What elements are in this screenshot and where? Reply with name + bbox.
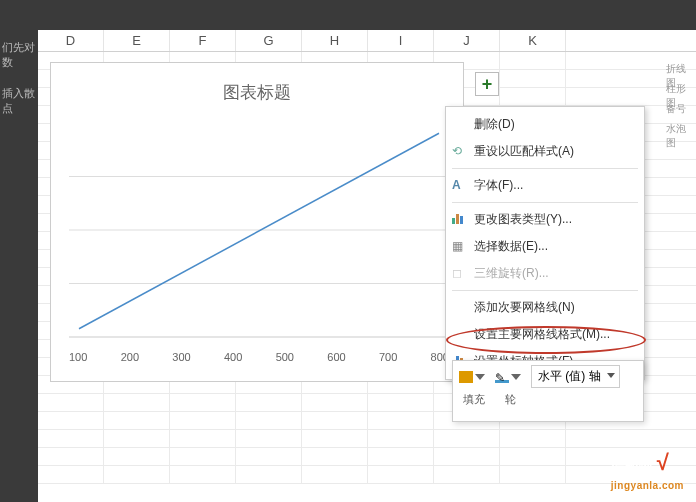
col-header[interactable]: D [38, 30, 104, 51]
menu-separator [452, 202, 638, 203]
menu-delete[interactable]: 删除(D) [446, 111, 644, 138]
left-text-2: 插入散点 [0, 86, 38, 116]
menu-label: 删除(D) [474, 116, 515, 133]
col-header[interactable]: H [302, 30, 368, 51]
chart-type-bubble[interactable]: 水泡图 [666, 122, 694, 136]
dropdown-icon [475, 374, 485, 380]
font-icon: A [452, 178, 468, 194]
chart-type-line[interactable]: 折线图 [666, 62, 694, 76]
outline-label: 轮 [505, 392, 516, 407]
x-tick: 200 [121, 351, 139, 363]
watermark: 经验啦 √ jingyanla.com [611, 450, 684, 492]
x-tick: 300 [172, 351, 190, 363]
dropdown-icon [511, 374, 521, 380]
chart-elements-button[interactable]: + [475, 72, 499, 96]
col-header[interactable]: J [434, 30, 500, 51]
x-tick: 100 [69, 351, 87, 363]
outline-color-button[interactable]: ✎ [495, 371, 521, 383]
menu-label: 三维旋转(R)... [474, 265, 549, 282]
pen-icon: ✎ [495, 371, 509, 383]
menu-select-data[interactable]: ▦ 选择数据(E)... [446, 233, 644, 260]
col-header[interactable]: E [104, 30, 170, 51]
watermark-brand: 经验啦 [611, 457, 653, 473]
col-header[interactable]: F [170, 30, 236, 51]
paint-bucket-icon [459, 371, 473, 383]
col-header[interactable]: I [368, 30, 434, 51]
fill-label: 填充 [463, 392, 485, 407]
chart-type-icon [452, 212, 468, 228]
left-text-1: 们先对数 [0, 40, 38, 70]
reset-icon: ⟲ [452, 144, 468, 160]
menu-label: 字体(F)... [474, 177, 523, 194]
menu-add-minor-gridlines[interactable]: 添加次要网格线(N) [446, 294, 644, 321]
x-tick: 500 [276, 351, 294, 363]
menu-separator [452, 290, 638, 291]
watermark-url: jingyanla.com [611, 480, 684, 491]
chart-object[interactable]: 图表标题 100 200 300 400 500 600 700 800 [50, 62, 464, 382]
menu-label: 重设以匹配样式(A) [474, 143, 574, 160]
menu-label: 设置主要网格线格式(M)... [474, 326, 610, 343]
menu-label: 添加次要网格线(N) [474, 299, 575, 316]
col-header[interactable]: G [236, 30, 302, 51]
menu-label: 选择数据(E)... [474, 238, 548, 255]
menu-separator [452, 168, 638, 169]
col-header[interactable]: K [500, 30, 566, 51]
menu-major-gridlines-format[interactable]: 设置主要网格线格式(M)... [446, 321, 644, 348]
chart-plot-area[interactable] [69, 123, 449, 339]
chart-type-panel: 折线图 柱形图 备号 水泡图 [666, 62, 694, 142]
select-data-icon: ▦ [452, 239, 468, 255]
context-menu: 删除(D) ⟲ 重设以匹配样式(A) A 字体(F)... 更改图表类型(Y).… [445, 106, 645, 380]
fill-color-button[interactable] [459, 371, 485, 383]
chart-type-other[interactable]: 备号 [666, 102, 694, 116]
rotate-3d-icon: ◻ [452, 266, 468, 282]
menu-font[interactable]: A 字体(F)... [446, 172, 644, 199]
x-tick: 600 [327, 351, 345, 363]
axis-selector-dropdown[interactable]: 水平 (值) 轴 [531, 365, 620, 388]
axis-selector-value: 水平 (值) 轴 [538, 369, 601, 383]
menu-change-chart-type[interactable]: 更改图表类型(Y)... [446, 206, 644, 233]
svg-line-4 [79, 133, 439, 328]
menu-reset-style[interactable]: ⟲ 重设以匹配样式(A) [446, 138, 644, 165]
mini-toolbar: ✎ 水平 (值) 轴 填充 轮 [452, 360, 644, 422]
menu-label: 更改图表类型(Y)... [474, 211, 572, 228]
chart-type-bar[interactable]: 柱形图 [666, 82, 694, 96]
x-tick: 700 [379, 351, 397, 363]
chart-title[interactable]: 图表标题 [51, 81, 463, 104]
check-icon: √ [657, 450, 669, 475]
x-axis-labels[interactable]: 100 200 300 400 500 600 700 800 [69, 351, 449, 363]
column-headers: D E F G H I J K [38, 30, 696, 52]
x-tick: 400 [224, 351, 242, 363]
menu-3d-rotation: ◻ 三维旋转(R)... [446, 260, 644, 287]
